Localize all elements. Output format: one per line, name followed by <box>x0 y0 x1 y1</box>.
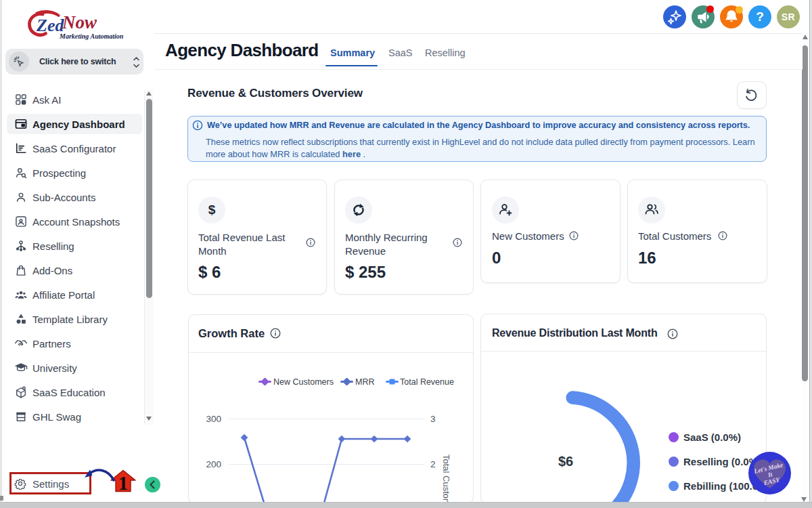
svg-text:Marketing Automation: Marketing Automation <box>59 33 124 40</box>
svg-text:Now: Now <box>62 12 97 33</box>
svg-text:1: 1 <box>118 472 129 492</box>
